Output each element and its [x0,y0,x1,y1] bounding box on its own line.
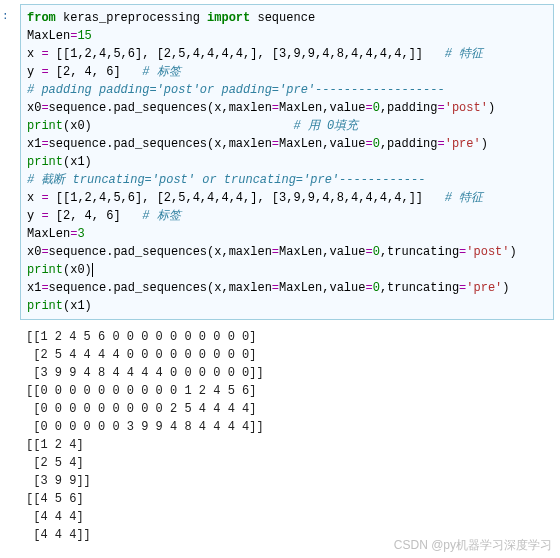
op-eq: = [365,101,372,115]
op-eq: = [41,65,55,79]
list: [2, 4, 6] [56,209,121,223]
mod-name: keras_preprocessing [56,11,207,25]
kw-from: from [27,11,56,25]
comment: # 特征 [423,47,483,61]
var: MaxLen [27,29,70,43]
out-row: [[1 2 4] [26,438,84,452]
arg: ,truncating [380,245,459,259]
code-cell[interactable]: from keras_preprocessing import sequence… [20,4,554,320]
comment: # 截断 truncating='post' or truncating='pr… [27,173,425,187]
var: y [27,65,41,79]
input-prompt: : [2,8,9,25]
imp-name: sequence [250,11,315,25]
kw-import: import [207,11,250,25]
out-row: [0 0 0 0 0 0 3 9 9 4 8 4 4 4 4]] [26,420,264,434]
comment: # padding padding='post'or padding='pre'… [27,83,445,97]
text-cursor [92,263,93,277]
op-eq: = [438,101,445,115]
str: 'pre' [466,281,502,295]
op-eq: = [438,137,445,151]
out-row: [[4 5 6] [26,492,84,506]
op-eq: = [365,137,372,151]
call: sequence.pad_sequences(x,maxlen [49,137,272,151]
comment: # 标签 [121,65,181,79]
list: [[1,2,4,5,6], [2,5,4,4,4,4,], [3,9,9,4,8… [56,47,423,61]
num: 0 [373,281,380,295]
op-eq: = [272,245,279,259]
args: (x0) [63,119,92,133]
call: sequence.pad_sequences(x,maxlen [49,281,272,295]
args: (x1) [63,155,92,169]
op-eq: = [365,281,372,295]
arg: MaxLen,value [279,101,365,115]
args: (x1) [63,299,92,313]
arg: MaxLen,value [279,245,365,259]
arg: ,padding [380,101,438,115]
op-eq: = [41,245,48,259]
output-cell: [[1 2 4 5 6 0 0 0 0 0 0 0 0 0 0] [2 5 4 … [20,324,554,548]
var: x [27,47,41,61]
op-eq: = [41,101,48,115]
comment: # 特征 [423,191,483,205]
comment: # 用 0填充 [92,119,358,133]
op-eq: = [272,101,279,115]
num: 15 [77,29,91,43]
op-eq: = [41,137,48,151]
var: x0 [27,101,41,115]
paren: ) [510,245,517,259]
out-row: [2 5 4] [26,456,84,470]
paren: ) [502,281,509,295]
num: 3 [77,227,84,241]
watermark: CSDN @py机器学习深度学习 [394,536,552,548]
builtin-print: print [27,299,63,313]
out-row: [2 5 4 4 4 4 0 0 0 0 0 0 0 0 0] [26,348,256,362]
list: [[1,2,4,5,6], [2,5,4,4,4,4,], [3,9,9,4,8… [56,191,423,205]
op-eq: = [41,281,48,295]
op-eq: = [272,281,279,295]
var: y [27,209,41,223]
args: (x0) [63,263,92,277]
paren: ) [481,137,488,151]
num: 0 [373,245,380,259]
arg: MaxLen,value [279,137,365,151]
var: x0 [27,245,41,259]
op-eq: = [272,137,279,151]
var: MaxLen [27,227,70,241]
num: 0 [373,137,380,151]
var: x1 [27,137,41,151]
var: x1 [27,281,41,295]
out-row: [[1 2 4 5 6 0 0 0 0 0 0 0 0 0 0] [26,330,256,344]
out-row: [3 9 9]] [26,474,91,488]
op-eq: = [41,47,55,61]
str: 'post' [466,245,509,259]
call: sequence.pad_sequences(x,maxlen [49,245,272,259]
op-eq: = [365,245,372,259]
str: 'pre' [445,137,481,151]
out-row: [0 0 0 0 0 0 0 0 0 2 5 4 4 4 4] [26,402,256,416]
out-row: [[0 0 0 0 0 0 0 0 0 0 1 2 4 5 6] [26,384,256,398]
builtin-print: print [27,263,63,277]
out-row: [4 4 4]] [26,528,91,542]
arg: MaxLen,value [279,281,365,295]
list: [2, 4, 6] [56,65,121,79]
op-eq: = [41,209,55,223]
op-eq: = [41,191,55,205]
paren: ) [488,101,495,115]
builtin-print: print [27,155,63,169]
var: x [27,191,41,205]
str: 'post' [445,101,488,115]
builtin-print: print [27,119,63,133]
comment: # 标签 [121,209,181,223]
arg: ,truncating [380,281,459,295]
num: 0 [373,101,380,115]
out-row: [4 4 4] [26,510,84,524]
arg: ,padding [380,137,438,151]
out-row: [3 9 9 4 8 4 4 4 4 0 0 0 0 0 0]] [26,366,264,380]
call: sequence.pad_sequences(x,maxlen [49,101,272,115]
